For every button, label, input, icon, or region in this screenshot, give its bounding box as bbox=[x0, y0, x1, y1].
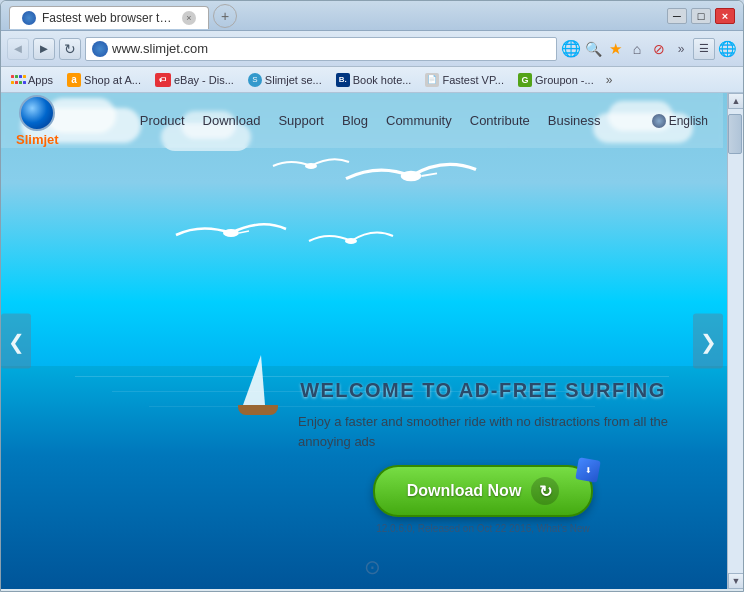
previous-slide-button[interactable]: ❮ bbox=[1, 314, 31, 369]
menu-bars-icon: ☰ bbox=[699, 42, 709, 55]
maximize-button[interactable]: □ bbox=[691, 8, 711, 24]
ebay-icon: 🏷 bbox=[155, 73, 171, 87]
bookmark-fastest[interactable]: 📄 Fastest VP... bbox=[419, 71, 510, 89]
tab-close-button[interactable]: × bbox=[182, 11, 196, 25]
download-badge: ⬇ bbox=[575, 457, 600, 482]
scroll-down-button[interactable]: ⊙ bbox=[364, 555, 381, 579]
forward-button[interactable]: ► bbox=[33, 38, 55, 60]
next-slide-button[interactable]: ❯ bbox=[693, 314, 723, 369]
svg-point-2 bbox=[223, 229, 239, 237]
svg-point-3 bbox=[345, 238, 357, 244]
slimjet-bk-icon: S bbox=[248, 73, 262, 87]
window-controls: ─ □ × bbox=[667, 8, 735, 24]
home-icon[interactable]: ⌂ bbox=[627, 39, 647, 59]
bookmark-amazon-label: Shop at A... bbox=[84, 74, 141, 86]
bookmark-fastest-label: Fastest VP... bbox=[442, 74, 504, 86]
back-icon: ◄ bbox=[12, 41, 25, 56]
hero-content: WELCOME TO AD-FREE SURFING Enjoy a faste… bbox=[298, 379, 668, 534]
download-button-label: Download Now bbox=[407, 482, 522, 500]
nav-icons: 🌐 🔍 ★ ⌂ ⊘ » ☰ 🌐 bbox=[561, 38, 737, 60]
download-now-button[interactable]: Download Now ↻ bbox=[373, 465, 593, 517]
bookmark-ebay-label: eBay - Dis... bbox=[174, 74, 234, 86]
menu-icon[interactable]: ☰ bbox=[693, 38, 715, 60]
bookmarks-bar: Apps a Shop at A... 🏷 eBay - Dis... S Sl… bbox=[1, 67, 743, 93]
extensions-icon[interactable]: 🌐 bbox=[717, 39, 737, 59]
nav-support[interactable]: Support bbox=[278, 113, 324, 128]
website-content: Slimjet Product Download Support Blog Co… bbox=[1, 93, 743, 589]
scroll-track[interactable] bbox=[728, 109, 743, 573]
svg-point-0 bbox=[401, 171, 422, 181]
groupon-icon: G bbox=[518, 73, 532, 87]
bookmark-groupon[interactable]: G Groupon -... bbox=[512, 71, 600, 89]
bookmarks-more-button[interactable]: » bbox=[602, 71, 617, 89]
nav-contribute[interactable]: Contribute bbox=[470, 113, 530, 128]
scroll-down-arrow-button[interactable]: ▼ bbox=[728, 573, 743, 589]
vertical-scrollbar: ▲ ▼ bbox=[727, 93, 743, 589]
hero-subtitle: Enjoy a faster and smoother ride with no… bbox=[298, 412, 668, 451]
download-arrow-icon: ↻ bbox=[531, 477, 559, 505]
amazon-icon: a bbox=[67, 73, 81, 87]
site-logo: Slimjet bbox=[16, 95, 59, 147]
version-text: 12.0.6.0, Released on Oct 22 2016, What'… bbox=[298, 523, 668, 534]
address-bar-container bbox=[85, 37, 557, 61]
refresh-icon: ↻ bbox=[64, 41, 76, 57]
fastest-icon: 📄 bbox=[425, 73, 439, 87]
site-favicon bbox=[92, 41, 108, 57]
minimize-button[interactable]: ─ bbox=[667, 8, 687, 24]
bookmark-slimjet-label: Slimjet se... bbox=[265, 74, 322, 86]
more-nav-icon[interactable]: » bbox=[671, 39, 691, 59]
site-navigation: Product Download Support Blog Community … bbox=[89, 113, 652, 128]
address-bar[interactable] bbox=[112, 41, 550, 56]
back-button[interactable]: ◄ bbox=[7, 38, 29, 60]
bookmark-groupon-label: Groupon -... bbox=[535, 74, 594, 86]
bookmark-amazon[interactable]: a Shop at A... bbox=[61, 71, 147, 89]
bookmark-booking[interactable]: B. Book hote... bbox=[330, 71, 418, 89]
boat-hull bbox=[238, 405, 278, 415]
language-globe-icon bbox=[652, 114, 666, 128]
hero-title: WELCOME TO AD-FREE SURFING bbox=[298, 379, 668, 402]
birds-svg bbox=[101, 143, 501, 343]
titlebar: Fastest web browser that ... × + ─ □ × bbox=[1, 1, 743, 31]
boat bbox=[238, 355, 278, 415]
language-label: English bbox=[669, 114, 708, 128]
bookmark-apps[interactable]: Apps bbox=[5, 71, 59, 89]
site-header: Slimjet Product Download Support Blog Co… bbox=[1, 93, 723, 148]
logo-text: Slimjet bbox=[16, 132, 59, 147]
close-button[interactable]: × bbox=[715, 8, 735, 24]
tab-title: Fastest web browser that ... bbox=[42, 11, 176, 25]
booking-icon: B. bbox=[336, 73, 350, 87]
logo-globe-icon bbox=[19, 95, 55, 131]
bookmark-ebay[interactable]: 🏷 eBay - Dis... bbox=[149, 71, 240, 89]
download-badge-icon: ⬇ bbox=[585, 466, 592, 475]
tab-favicon bbox=[22, 11, 36, 25]
nav-blog[interactable]: Blog bbox=[342, 113, 368, 128]
navigation-bar: ◄ ► ↻ 🌐 🔍 ★ ⌂ ⊘ » ☰ 🌐 bbox=[1, 31, 743, 67]
active-tab[interactable]: Fastest web browser that ... × bbox=[9, 6, 209, 29]
bookmark-slimjet[interactable]: S Slimjet se... bbox=[242, 71, 328, 89]
star-icon[interactable]: ★ bbox=[605, 39, 625, 59]
bookmark-apps-label: Apps bbox=[28, 74, 53, 86]
refresh-button[interactable]: ↻ bbox=[59, 38, 81, 60]
zoom-icon[interactable]: 🔍 bbox=[583, 39, 603, 59]
nav-business[interactable]: Business bbox=[548, 113, 601, 128]
stop-icon[interactable]: ⊘ bbox=[649, 39, 669, 59]
browser-content: Slimjet Product Download Support Blog Co… bbox=[1, 93, 743, 589]
scroll-thumb[interactable] bbox=[728, 114, 742, 154]
new-tab-button[interactable]: + bbox=[213, 4, 237, 28]
svg-point-1 bbox=[305, 163, 317, 169]
bookmark-booking-label: Book hote... bbox=[353, 74, 412, 86]
browser-window: Fastest web browser that ... × + ─ □ × ◄… bbox=[0, 0, 744, 592]
nav-download[interactable]: Download bbox=[203, 113, 261, 128]
globe-icon[interactable]: 🌐 bbox=[561, 39, 581, 59]
forward-icon: ► bbox=[38, 41, 51, 56]
nav-product[interactable]: Product bbox=[140, 113, 185, 128]
boat-sail bbox=[243, 355, 265, 405]
scroll-up-button[interactable]: ▲ bbox=[728, 93, 743, 109]
language-button[interactable]: English bbox=[652, 114, 708, 128]
nav-community[interactable]: Community bbox=[386, 113, 452, 128]
